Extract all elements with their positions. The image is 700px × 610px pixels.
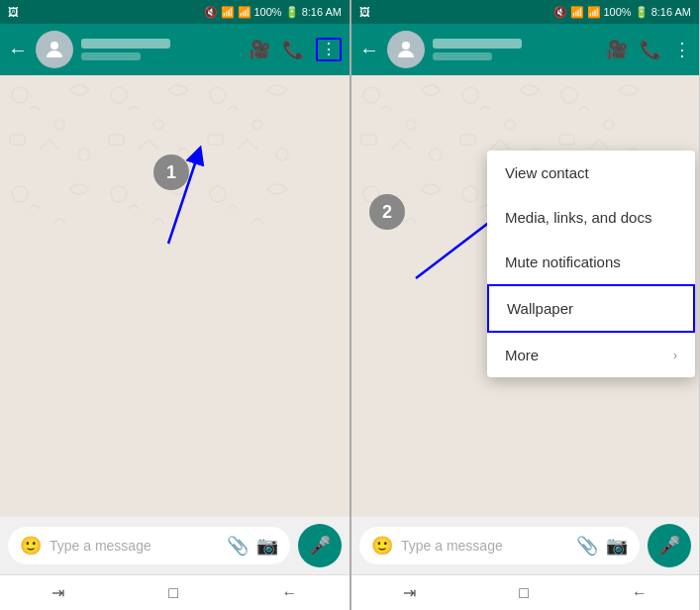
nav-home-1[interactable]: □ [168,584,178,602]
dropdown-menu: View contact Media, links, and docs Mute… [487,151,695,377]
nav-back-1[interactable]: ← [282,584,298,602]
menu-item-media[interactable]: Media, links, and docs [487,195,695,240]
contact-name-bar-1 [81,39,170,49]
battery-percent-2: 100% [604,6,632,18]
more-options-button-2[interactable]: ⋮ [673,39,691,60]
menu-item-wallpaper-label: Wallpaper [507,300,573,317]
status-left-2: 🖼 [359,6,370,18]
bottom-bar-1: 🙂 Type a message 📎 📷 🎤 [0,517,350,574]
camera-icon-1[interactable]: 📷 [256,535,278,557]
contact-status-bar-2 [433,52,492,60]
status-bar-2: 🖼 🔇 📶 📶 100% 🔋 8:16 AM [351,0,699,24]
video-icon-2[interactable]: 🎥 [606,39,628,60]
emoji-icon-2[interactable]: 🙂 [371,535,393,557]
mic-icon-2: 🎤 [658,535,680,557]
panel-1: 🖼 🔇 📶 📶 🔇 📶 📶 100% 🔋 100% 🔋 8:16 AM ← 🎥 … [0,0,350,610]
menu-item-view-contact[interactable]: View contact [487,151,695,195]
mute-icon-2: 🔇 [553,6,567,19]
menu-chevron-icon: › [673,349,677,362]
attach-icon-1[interactable]: 📎 [227,535,249,557]
wifi-icon: 📶 [221,6,235,19]
gallery-icon: 🖼 [8,6,19,18]
top-bar-icons-2: 🎥 📞 ⋮ [606,39,691,60]
arrow-annotation-1 [119,135,218,254]
gallery-icon-2: 🖼 [359,6,370,18]
mute-icon: 🔇 [204,6,218,19]
menu-item-wallpaper[interactable]: Wallpaper [487,284,695,333]
bottom-bar-2: 🙂 Type a message 📎 📷 🎤 [351,517,699,574]
contact-info-1 [81,39,241,60]
back-arrow-2[interactable]: ← [359,39,379,61]
menu-item-media-label: Media, links, and docs [505,209,651,226]
video-icon-1[interactable]: 🎥 [249,39,270,60]
attach-icon-2[interactable]: 📎 [576,535,598,557]
battery-icon-2: 🔋 [635,6,649,19]
menu-item-view-contact-label: View contact [505,164,589,181]
avatar-1 [36,31,73,68]
nav-recent-1[interactable]: ⇥ [51,583,64,602]
contact-name-bar-2 [433,39,522,49]
top-bar-1: ← 🎥 📞 ⋮ [0,24,350,75]
nav-back-2[interactable]: ← [632,584,648,602]
menu-item-mute[interactable]: Mute notifications [487,240,695,284]
signal-icon: 📶 [238,6,251,19]
nav-bar-1: ⇥ □ ← [0,574,350,610]
nav-bar-2: ⇥ □ ← [351,574,699,610]
avatar-2 [387,31,425,68]
top-bar-2: ← 🎥 📞 ⋮ [351,24,699,75]
top-bar-icons-1: 🎥 📞 ⋮ [249,38,342,61]
time-2: 8:16 AM [651,6,691,18]
message-placeholder-1[interactable]: Type a message [50,538,219,554]
more-options-button-1[interactable]: ⋮ [316,38,342,61]
nav-recent-2[interactable]: ⇥ [403,583,416,602]
wifi-icon-2: 📶 [570,6,584,19]
phone-icon-2[interactable]: 📞 [640,39,661,60]
chat-area-2: 2 View contact Media, links, and docs Mu… [351,75,699,517]
nav-home-2[interactable]: □ [519,584,529,602]
message-placeholder-2[interactable]: Type a message [401,538,568,554]
status-left-1: 🖼 [8,6,19,18]
camera-icon-2[interactable]: 📷 [606,535,628,557]
signal-icon-2: 📶 [587,6,601,19]
status-right-2: 🔇 📶 📶 100% 🔋 8:16 AM [553,6,692,19]
mic-button-2[interactable]: 🎤 [648,524,691,567]
menu-item-mute-label: Mute notifications [505,254,621,270]
svg-point-0 [50,42,58,50]
status-bar-1: 🖼 🔇 📶 📶 🔇 📶 📶 100% 🔋 100% 🔋 8:16 AM [0,0,350,24]
panel-2: 🖼 🔇 📶 📶 100% 🔋 8:16 AM ← 🎥 📞 ⋮ [350,0,699,610]
battery-percent-1: 100% [254,6,282,18]
mic-icon-1: 🎤 [309,535,331,557]
contact-info-2 [433,39,598,60]
time-1: 8:16 AM [302,6,342,18]
contact-status-bar-1 [81,52,141,60]
status-right-1: 🔇 📶 📶 🔇 📶 📶 100% 🔋 100% 🔋 8:16 AM [204,6,343,19]
back-arrow-1[interactable]: ← [8,39,28,61]
emoji-icon-1[interactable]: 🙂 [20,535,42,557]
phone-icon-1[interactable]: 📞 [282,39,304,60]
svg-point-6 [402,42,410,50]
chat-area-1: 1 [0,75,350,517]
menu-item-more[interactable]: More › [487,333,695,377]
menu-item-more-label: More [505,347,539,363]
mic-button-1[interactable]: 🎤 [298,524,342,567]
message-input-2[interactable]: 🙂 Type a message 📎 📷 [359,527,640,564]
battery-icon-1: 🔋 [285,6,299,19]
message-input-1[interactable]: 🙂 Type a message 📎 📷 [8,527,290,564]
